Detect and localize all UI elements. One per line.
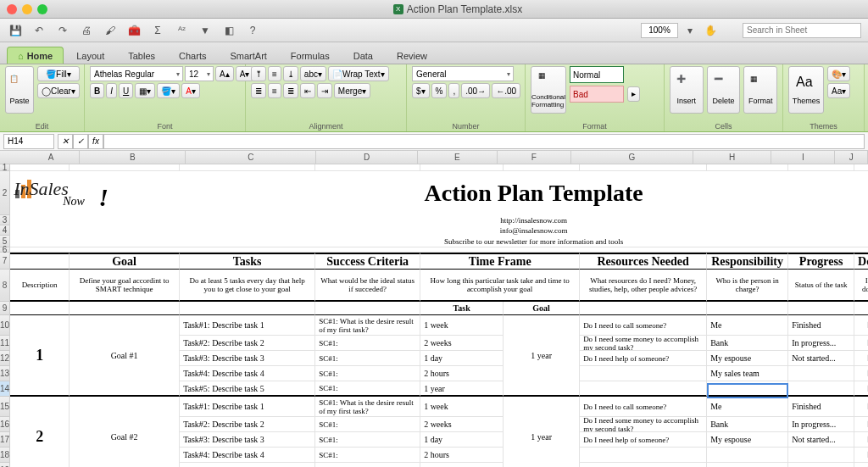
- increase-decimal-button[interactable]: .00→: [461, 83, 490, 98]
- resources-cell[interactable]: Do I need help of someone?: [580, 432, 707, 448]
- row-header[interactable]: 15: [0, 397, 10, 417]
- resources-cell[interactable]: [580, 463, 707, 467]
- tab-tables[interactable]: Tables: [117, 47, 166, 64]
- print-icon[interactable]: 🖨: [78, 22, 95, 39]
- done-checkbox[interactable]: ☒: [854, 417, 868, 432]
- done-checkbox[interactable]: ☒: [854, 463, 868, 467]
- progress-cell[interactable]: Finished: [788, 315, 854, 336]
- fill-button[interactable]: 🪣 Fill ▾: [37, 66, 80, 81]
- col-header[interactable]: J: [835, 151, 868, 164]
- align-left-button[interactable]: ≣: [251, 83, 266, 98]
- zoom-window-button[interactable]: [37, 4, 47, 14]
- row-header[interactable]: 17: [0, 432, 10, 448]
- show-hide-icon[interactable]: ◧: [220, 22, 237, 39]
- responsibility-cell[interactable]: Bank: [707, 417, 788, 432]
- task-time-cell[interactable]: 2 hours: [420, 448, 504, 463]
- task-time-cell[interactable]: 1 day: [420, 432, 504, 448]
- themes-button[interactable]: AaThemes: [788, 66, 824, 114]
- task-cell[interactable]: Task#1: Describe task 1: [180, 315, 315, 336]
- responsibility-cell[interactable]: Me: [707, 397, 788, 417]
- done-checkbox[interactable]: ☒: [854, 336, 868, 351]
- col-header[interactable]: F: [498, 151, 571, 164]
- done-checkbox[interactable]: ☑: [854, 315, 868, 336]
- border-button[interactable]: ▦▾: [135, 83, 155, 98]
- done-checkbox[interactable]: ☒: [854, 432, 868, 448]
- task-time-cell[interactable]: 1 week: [420, 397, 504, 417]
- col-header[interactable]: I: [771, 151, 835, 164]
- align-right-button[interactable]: ≣: [283, 83, 298, 98]
- row-header[interactable]: 1: [0, 164, 10, 171]
- minimize-window-button[interactable]: [22, 4, 32, 14]
- row-header[interactable]: 14: [0, 381, 10, 397]
- name-box[interactable]: H14: [3, 134, 54, 149]
- row-header[interactable]: 9: [0, 302, 10, 315]
- col-header[interactable]: C: [186, 151, 316, 164]
- percent-button[interactable]: %: [431, 83, 448, 98]
- responsibility-cell[interactable]: [707, 448, 788, 463]
- success-criteria-cell[interactable]: SC#1:: [315, 381, 420, 397]
- col-header[interactable]: D: [316, 151, 417, 164]
- formula-input[interactable]: [103, 134, 865, 149]
- wrap-text-button[interactable]: 📄 Wrap Text ▾: [328, 66, 389, 81]
- accept-formula-button[interactable]: ✓: [73, 134, 88, 149]
- task-cell[interactable]: Task#2: Describe task 2: [180, 417, 315, 432]
- responsibility-cell[interactable]: Bank: [707, 336, 788, 351]
- task-time-cell[interactable]: 2 weeks: [420, 336, 504, 351]
- col-header[interactable]: G: [571, 151, 693, 164]
- tab-smartart[interactable]: SmartArt: [219, 47, 277, 64]
- tab-charts[interactable]: Charts: [168, 47, 217, 64]
- theme-colors-button[interactable]: 🎨▾: [827, 66, 850, 81]
- task-cell[interactable]: Task#2: Describe task 2: [180, 336, 315, 351]
- redo-icon[interactable]: ↷: [54, 22, 71, 39]
- font-color-button[interactable]: A▾: [181, 83, 200, 98]
- undo-icon[interactable]: ↶: [31, 22, 47, 39]
- font-name-combo[interactable]: Athelas Regular: [90, 66, 183, 81]
- done-checkbox[interactable]: ☒: [854, 448, 868, 463]
- success-criteria-cell[interactable]: SC#1:: [315, 417, 420, 432]
- task-time-cell[interactable]: 2 hours: [420, 366, 504, 381]
- number-format-combo[interactable]: General: [412, 66, 514, 81]
- progress-cell[interactable]: In progress...: [788, 336, 854, 351]
- progress-cell[interactable]: [788, 448, 854, 463]
- row-header[interactable]: 10: [0, 315, 10, 336]
- fill-color-button[interactable]: 🪣▾: [157, 83, 180, 98]
- fx-button[interactable]: fx: [88, 134, 103, 149]
- row-header[interactable]: 16: [0, 417, 10, 432]
- grow-font-button[interactable]: A▴: [215, 66, 234, 81]
- row-header[interactable]: 8: [0, 270, 10, 302]
- paste-button[interactable]: 📋Paste: [5, 66, 34, 114]
- row-header[interactable]: 4: [0, 225, 10, 236]
- task-cell[interactable]: Task#5: Describe task 5: [180, 381, 315, 397]
- success-criteria-cell[interactable]: SC#1:: [315, 351, 420, 366]
- success-criteria-cell[interactable]: SC#1:: [315, 366, 420, 381]
- task-cell[interactable]: Task#4: Describe task 4: [180, 366, 315, 381]
- save-icon[interactable]: 💾: [7, 22, 24, 39]
- theme-fonts-button[interactable]: Aa▾: [827, 83, 850, 98]
- sigma-icon[interactable]: Σ: [149, 22, 166, 39]
- progress-cell[interactable]: In progress...: [788, 417, 854, 432]
- zoom-dropdown-icon[interactable]: ▾: [682, 22, 698, 39]
- align-center-button[interactable]: ≡: [268, 83, 281, 98]
- worksheet[interactable]: A B C D E F G H I J 12345678910111213141…: [0, 151, 868, 467]
- style-bad[interactable]: Bad: [570, 86, 624, 103]
- styles-more-button[interactable]: ▸: [627, 86, 640, 102]
- row-header[interactable]: 18: [0, 448, 10, 463]
- row-header[interactable]: 7: [0, 253, 10, 270]
- align-bottom-button[interactable]: ⤓: [283, 66, 298, 81]
- responsibility-cell[interactable]: [707, 381, 788, 397]
- tab-data[interactable]: Data: [342, 47, 384, 64]
- insert-cells-button[interactable]: ➕Insert: [670, 66, 704, 114]
- task-time-cell[interactable]: 1 week: [420, 315, 504, 336]
- task-cell[interactable]: Task#4: Describe task 4: [180, 448, 315, 463]
- success-criteria-cell[interactable]: SC#1: What is the desire result of my fi…: [315, 397, 420, 417]
- italic-button[interactable]: I: [106, 83, 117, 98]
- style-normal[interactable]: Normal: [570, 66, 624, 83]
- cancel-formula-button[interactable]: ✕: [58, 134, 73, 149]
- row-header[interactable]: 11: [0, 336, 10, 351]
- task-time-cell[interactable]: 1 year: [420, 381, 504, 397]
- responsibility-cell[interactable]: [707, 463, 788, 467]
- success-criteria-cell[interactable]: SC#1:: [315, 463, 420, 467]
- task-cell[interactable]: Task#1: Describe task 1: [180, 397, 315, 417]
- task-time-cell[interactable]: 2 weeks: [420, 417, 504, 432]
- resources-cell[interactable]: [580, 381, 707, 397]
